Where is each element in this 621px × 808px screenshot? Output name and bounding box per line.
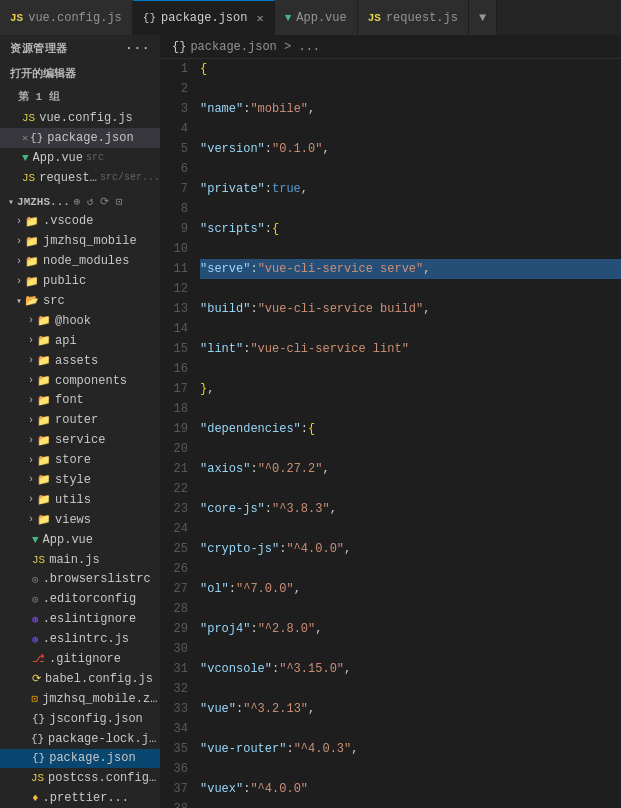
code-line: "dependencies": { bbox=[200, 419, 621, 439]
code-editor[interactable]: { "name": "mobile", "version": "0.1.0", … bbox=[196, 59, 621, 808]
arrow-icon bbox=[16, 256, 22, 267]
file-label: App.vue bbox=[33, 151, 83, 165]
file-postcss[interactable]: JS postcss.config.js bbox=[0, 768, 160, 788]
tab-more[interactable]: ▼ bbox=[469, 0, 497, 35]
file-eslintignore[interactable]: ⊛ .eslintignore bbox=[0, 609, 160, 629]
open-file-request-js[interactable]: JS request.js src/ser... bbox=[0, 168, 160, 188]
file-icon: ⊙ bbox=[32, 593, 39, 606]
file-babel-config[interactable]: ⟳ babel.config.js bbox=[0, 669, 160, 689]
file-app-vue[interactable]: ▼ App.vue bbox=[0, 530, 160, 550]
folder-hook[interactable]: 📁 @hook bbox=[0, 311, 160, 331]
file-jsconfig[interactable]: {} jsconfig.json bbox=[0, 709, 160, 729]
close-icon[interactable]: ✕ bbox=[256, 11, 263, 26]
folder-icon: 📁 bbox=[25, 275, 39, 288]
json-icon: {} bbox=[31, 733, 44, 745]
folder-icon: 📁 bbox=[37, 374, 51, 387]
file-gitignore[interactable]: ⎇ .gitignore bbox=[0, 649, 160, 669]
file-package-json[interactable]: {} package.json bbox=[0, 749, 160, 769]
tab-request-js[interactable]: JS request.js bbox=[358, 0, 469, 35]
js-icon: JS bbox=[22, 112, 35, 124]
folder-label: @hook bbox=[55, 314, 91, 328]
code-line: "version": "0.1.0", bbox=[200, 139, 621, 159]
folder-jmzhsq-mobile[interactable]: 📁 jmzhsq_mobile bbox=[0, 231, 160, 251]
folder-icon: 📁 bbox=[37, 473, 51, 486]
project-root[interactable]: JMZHS... ⊕ ↺ ⟳ ⊡ bbox=[0, 192, 160, 212]
breadcrumb-icon: {} bbox=[172, 40, 186, 54]
arrow-icon bbox=[16, 295, 22, 307]
file-main-js[interactable]: JS main.js bbox=[0, 550, 160, 570]
file-editorconfig[interactable]: ⊙ .editorconfig bbox=[0, 589, 160, 609]
file-label: App.vue bbox=[43, 533, 93, 547]
sidebar-icons: ··· bbox=[125, 41, 150, 56]
file-path: src bbox=[86, 152, 104, 163]
js-icon: JS bbox=[368, 12, 381, 24]
folder-label: .vscode bbox=[43, 214, 93, 228]
js-icon: JS bbox=[31, 772, 44, 784]
js-icon: JS bbox=[22, 172, 35, 184]
editor-area: {} package.json > ... 12345 678910 11121… bbox=[160, 35, 621, 808]
code-line: "axios": "^0.27.2", bbox=[200, 459, 621, 479]
tab-label: App.vue bbox=[296, 11, 346, 25]
arrow-icon bbox=[28, 375, 34, 386]
tab-vue-config[interactable]: JS vue.config.js bbox=[0, 0, 133, 35]
folder-label: node_modules bbox=[43, 254, 129, 268]
folder-utils[interactable]: 📁 utils bbox=[0, 490, 160, 510]
folder-assets[interactable]: 📁 assets bbox=[0, 351, 160, 371]
json-icon: {} bbox=[32, 713, 45, 725]
arrow-icon bbox=[28, 435, 34, 446]
file-prettier[interactable]: ♦ .prettier... bbox=[0, 788, 160, 808]
folder-icon: 📁 bbox=[25, 235, 39, 248]
file-eslintrc[interactable]: ⊛ .eslintrc.js bbox=[0, 629, 160, 649]
file-label: jsconfig.json bbox=[49, 712, 143, 726]
folder-vscode[interactable]: 📁 .vscode bbox=[0, 211, 160, 231]
folder-api[interactable]: 📁 api bbox=[0, 331, 160, 351]
project-icons: ⊕ ↺ ⟳ ⊡ bbox=[74, 195, 123, 208]
file-zip[interactable]: ⊡ jmzhsq_mobile.zip bbox=[0, 689, 160, 709]
file-icon: ⊙ bbox=[32, 573, 39, 586]
code-line: "core-js": "^3.8.3", bbox=[200, 499, 621, 519]
main-layout: 资源管理器 ··· 打开的编辑器 第 1 组 JS vue.config.js … bbox=[0, 35, 621, 808]
file-package-lock[interactable]: {} package-lock.json bbox=[0, 729, 160, 749]
arrow-icon bbox=[28, 494, 34, 505]
file-label: .eslintignore bbox=[43, 612, 137, 626]
folder-style[interactable]: 📁 style bbox=[0, 470, 160, 490]
code-line: "vue": "^3.2.13", bbox=[200, 699, 621, 719]
open-file-app-vue[interactable]: ▼ App.vue src bbox=[0, 148, 160, 168]
open-file-package-json[interactable]: ✕ {} package.json bbox=[0, 128, 160, 148]
folder-node-modules[interactable]: 📁 node_modules bbox=[0, 251, 160, 271]
vue-icon: ▼ bbox=[285, 12, 292, 24]
file-path: src/ser... bbox=[100, 172, 160, 183]
vue-icon: ▼ bbox=[32, 534, 39, 546]
folder-components[interactable]: 📁 components bbox=[0, 371, 160, 391]
js-icon: JS bbox=[32, 554, 45, 566]
tab-label: ▼ bbox=[479, 11, 486, 25]
json-icon: {} bbox=[143, 12, 156, 24]
tab-app-vue[interactable]: ▼ App.vue bbox=[275, 0, 358, 35]
folder-views[interactable]: 📁 views bbox=[0, 510, 160, 530]
open-file-vue-config[interactable]: JS vue.config.js bbox=[0, 108, 160, 128]
folder-label: font bbox=[55, 393, 84, 407]
folder-public[interactable]: 📁 public bbox=[0, 271, 160, 291]
js-icon: JS bbox=[10, 12, 23, 24]
line-numbers: 12345 678910 1112131415 1617181920 21222… bbox=[160, 59, 196, 808]
code-line: "vuex": "^4.0.0" bbox=[200, 779, 621, 799]
arrow-icon bbox=[28, 355, 34, 366]
babel-icon: ⟳ bbox=[32, 672, 41, 685]
code-line: "private": true, bbox=[200, 179, 621, 199]
file-browserslistrc[interactable]: ⊙ .browserslistrc bbox=[0, 569, 160, 589]
tab-package-json[interactable]: {} package.json ✕ bbox=[133, 0, 275, 35]
file-label: main.js bbox=[49, 553, 99, 567]
folder-label: api bbox=[55, 334, 77, 348]
folder-store[interactable]: 📁 store bbox=[0, 450, 160, 470]
file-label: .eslintrc.js bbox=[43, 632, 129, 646]
folder-src[interactable]: 📂 src bbox=[0, 291, 160, 311]
more-icon[interactable]: ··· bbox=[125, 41, 150, 56]
file-label: package.json bbox=[49, 751, 135, 765]
editor-content[interactable]: 12345 678910 1112131415 1617181920 21222… bbox=[160, 59, 621, 808]
git-icon: ⎇ bbox=[32, 652, 45, 665]
folder-router[interactable]: 📁 router bbox=[0, 410, 160, 430]
folder-font[interactable]: 📁 font bbox=[0, 390, 160, 410]
folder-service[interactable]: 📁 service bbox=[0, 430, 160, 450]
arrow-icon bbox=[28, 455, 34, 466]
code-line: "serve": "vue-cli-service serve", bbox=[200, 259, 621, 279]
